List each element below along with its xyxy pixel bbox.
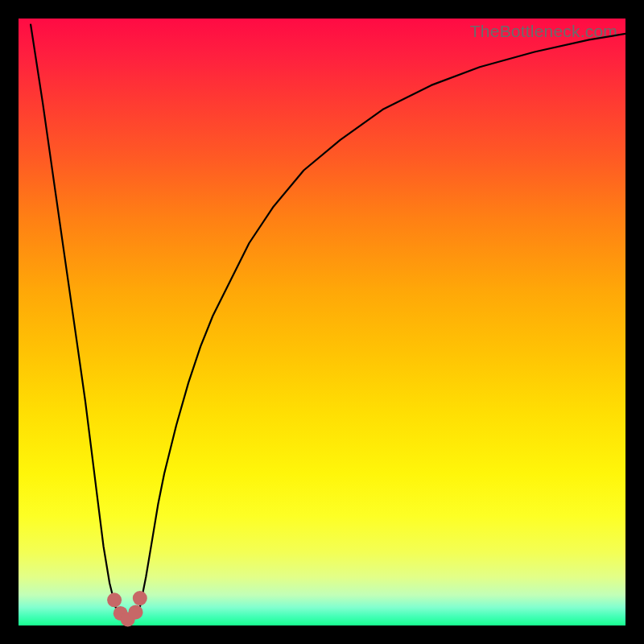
data-marker bbox=[129, 605, 143, 619]
penalty-curve bbox=[31, 25, 625, 620]
data-marker bbox=[107, 592, 122, 607]
plot-area: TheBottleneck.com bbox=[19, 19, 625, 625]
data-marker bbox=[133, 591, 147, 605]
chart-overlay bbox=[19, 19, 625, 625]
chart-frame: TheBottleneck.com bbox=[0, 0, 644, 644]
marker-group bbox=[107, 591, 147, 626]
